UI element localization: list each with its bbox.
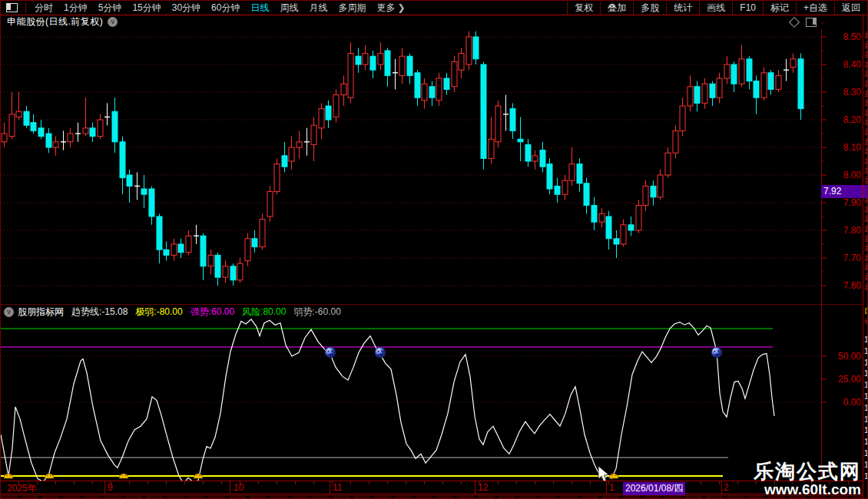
more-arrow-icon[interactable]: ❯ xyxy=(397,2,409,13)
chart-canvas[interactable] xyxy=(1,1,868,499)
title-dropdown-icon[interactable]: v xyxy=(108,17,118,27)
toolbar-item-返回[interactable]: 返回 xyxy=(834,2,867,15)
indicator-param-极弱: 极弱:-80.00 xyxy=(135,306,182,319)
clipped-char: 卖 xyxy=(864,109,868,117)
candle-up-body xyxy=(680,106,685,131)
toolbar-item-多股[interactable]: 多股 xyxy=(633,2,666,15)
candle-up-body xyxy=(599,213,605,222)
candle-up-body xyxy=(673,131,678,153)
toolbar-item-更多[interactable]: 更多 xyxy=(371,2,400,15)
candle-down-body xyxy=(710,84,715,97)
price-axis-label: 8.50 xyxy=(823,31,861,42)
candle-down-body xyxy=(31,123,36,131)
month-divider xyxy=(475,481,475,494)
toolbar-item-60分钟[interactable]: 60分钟 xyxy=(206,2,245,15)
toolbar-item-标记[interactable]: 标记 xyxy=(763,2,796,15)
trading-app-window: 分时1分钟5分钟15分钟30分钟60分钟日线周线月线多周期更多 ❯ 复权叠加多股… xyxy=(0,0,868,499)
candle-down-body xyxy=(518,139,523,142)
indicator-axis-label: 25.00 xyxy=(823,374,861,385)
top-toolbar: 分时1分钟5分钟15分钟30分钟60分钟日线周线月线多周期更多 ❯ 复权叠加多股… xyxy=(1,1,867,15)
candle-up-body xyxy=(532,156,538,161)
clipped-char: 卖 xyxy=(864,215,868,223)
candle-down-body xyxy=(120,142,125,178)
toolbar-item-日线[interactable]: 日线 xyxy=(245,2,274,15)
date-axis[interactable]: 2025年910111212026/01/08/四2 xyxy=(1,481,863,494)
candle-down-body xyxy=(584,183,589,206)
date-label: 1 xyxy=(609,482,615,493)
candle-up-body xyxy=(776,75,781,89)
toolbar-item-5分钟[interactable]: 5分钟 xyxy=(93,2,128,15)
candle-up-body xyxy=(569,164,575,181)
clipped-char: 卖 xyxy=(864,138,868,146)
toolbar-item-15分钟[interactable]: 15分钟 xyxy=(127,2,166,15)
candle-up-body xyxy=(790,59,796,68)
candle-down-body xyxy=(407,56,412,75)
candle-up-body xyxy=(562,180,568,194)
candle-down-body xyxy=(252,239,257,247)
candle-down-body xyxy=(651,186,656,197)
price-axis-label: 8.30 xyxy=(823,87,861,97)
candle-down-body xyxy=(429,87,435,97)
indicator-axis-label: 0.00 xyxy=(823,397,861,408)
stock-title: 申能股份(日线.前复权) xyxy=(7,15,103,28)
price-axis-label: 7.70 xyxy=(823,253,861,263)
sad-face-marker xyxy=(711,347,722,358)
toolbar-item-周线[interactable]: 周线 xyxy=(274,2,303,15)
toolbar-item-F10[interactable]: F10 xyxy=(732,2,763,15)
indicator-source[interactable]: 股朋指标网 xyxy=(18,306,64,319)
candle-up-body xyxy=(643,186,648,205)
toolbar-item-复权[interactable]: 复权 xyxy=(567,2,600,15)
candle-down-body xyxy=(614,239,619,244)
candle-down-body xyxy=(444,78,449,89)
candle-down-body xyxy=(178,244,184,253)
candle-down-body xyxy=(555,186,560,194)
candle-up-body xyxy=(223,266,228,277)
candle-down-body xyxy=(90,128,95,137)
clipped-char: 卖 xyxy=(864,225,868,233)
clipped-char: 自 xyxy=(864,307,868,315)
toolbar-item-统计[interactable]: 统计 xyxy=(666,2,699,15)
candle-up-body xyxy=(274,164,280,192)
candle-up-body xyxy=(83,128,88,134)
watermark-site-url: www.60lt.com xyxy=(754,481,861,497)
candle-down-body xyxy=(370,56,376,70)
candle-up-body xyxy=(739,59,744,84)
toolbar-item-多周期[interactable]: 多周期 xyxy=(333,2,371,15)
toolbar-item-分时[interactable]: 分时 xyxy=(29,2,58,15)
candle-down-body xyxy=(694,87,700,104)
pane-divider[interactable] xyxy=(1,304,863,305)
window-layout-icon[interactable] xyxy=(6,3,18,12)
toolbar-item-+自选[interactable]: +自选 xyxy=(796,2,834,15)
clipped-digit: 1 xyxy=(864,438,868,446)
toolbar-item-1分钟[interactable]: 1分钟 xyxy=(58,2,93,15)
next-pane-sliver xyxy=(1,495,863,499)
date-label: 2025年 xyxy=(7,482,37,495)
toolbar-item-月线[interactable]: 月线 xyxy=(303,2,333,15)
price-axis-label: 7.60 xyxy=(823,280,861,291)
axis-divider xyxy=(821,29,822,494)
candle-up-body xyxy=(260,220,265,247)
toolbar-item-画线[interactable]: 画线 xyxy=(699,2,732,15)
indicator-header: v 股朋指标网 趋势线:-15.08极弱:-80.00强势:60.00风险:80… xyxy=(1,306,820,319)
indicator-dropdown-icon[interactable]: v xyxy=(4,307,14,317)
clipped-digit: 1 xyxy=(864,405,868,412)
price-axis-label: 7.80 xyxy=(823,225,861,236)
candle-up-body xyxy=(363,54,368,64)
candle-down-body xyxy=(577,164,582,183)
price-axis-label: 8.20 xyxy=(823,114,861,125)
clipped-char: 卖 xyxy=(864,244,868,252)
candle-up-body xyxy=(9,114,15,137)
clipped-digit: 1 xyxy=(864,382,868,389)
clipped-char: 卖 xyxy=(864,41,868,49)
bottom-bump-marker xyxy=(194,474,203,478)
split-window-icon[interactable] xyxy=(806,18,817,27)
chart-title-row: 申能股份(日线.前复权) v xyxy=(1,15,863,29)
candle-up-body xyxy=(333,95,339,117)
diamond-icon[interactable] xyxy=(789,16,800,27)
candle-up-body xyxy=(319,109,324,128)
clipped-char: 卖 xyxy=(864,61,868,68)
candle-up-body xyxy=(399,56,405,75)
toolbar-item-30分钟[interactable]: 30分钟 xyxy=(167,2,206,15)
toolbar-item-叠加[interactable]: 叠加 xyxy=(600,2,633,15)
candle-up-body xyxy=(436,78,442,101)
